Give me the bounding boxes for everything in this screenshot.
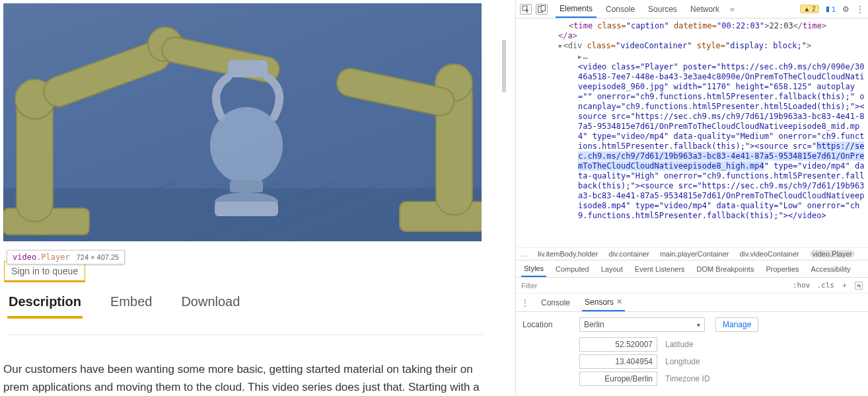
new-style-rule-icon[interactable]: ＋ [841, 280, 848, 290]
panel-network[interactable]: Network [686, 1, 723, 18]
elements-breadcrumb[interactable]: … liv.itemBody.holder div.container main… [516, 247, 868, 260]
subtab-computed[interactable]: Computed [553, 260, 592, 277]
inspect-element-icon[interactable] [520, 4, 532, 15]
drawer-tabs: ⋮ Console Sensors✕ [516, 294, 868, 312]
panel-sources[interactable]: Sources [644, 1, 681, 18]
element-inspect-tooltip: video.Player 724 × 407.25 [7, 250, 125, 264]
styles-subtabs: Styles Computed Layout Event Listeners D… [516, 260, 868, 278]
sensors-panel: Location Berlin▾ Manage 52.520007 Latitu… [516, 312, 868, 391]
device-toggle-icon[interactable] [536, 4, 548, 15]
tab-underline [7, 335, 483, 335]
more-panels-icon[interactable]: » [730, 5, 735, 14]
devtools-panel-tabs: Elements Console Sources Network [556, 1, 723, 18]
breadcrumb-overflow[interactable]: … [520, 250, 527, 258]
latitude-input[interactable]: 52.520007 [579, 337, 657, 352]
kebab-menu-icon[interactable]: ⋮ [856, 5, 864, 14]
styles-filter-input[interactable]: Filter [521, 282, 537, 290]
pane-splitter[interactable] [502, 40, 506, 93]
page-content: video.Player 724 × 407.25 Sign in to que… [0, 0, 502, 396]
manage-button[interactable]: Manage [715, 317, 758, 332]
subtab-styles[interactable]: Styles [521, 260, 546, 277]
devtools-toolbar: Elements Console Sources Network » ▲2 ▮1… [516, 0, 868, 19]
timezone-input[interactable]: Europe/Berlin [579, 372, 657, 386]
drawer-menu-icon[interactable]: ⋮ [521, 298, 529, 307]
styles-filter-bar: Filter :hov .cls ＋ ⇆ [516, 278, 868, 294]
hov-toggle[interactable]: :hov [793, 281, 811, 290]
chevron-down-icon: ▾ [697, 321, 700, 329]
cls-toggle[interactable]: .cls [817, 281, 835, 290]
longitude-label: Longitude [665, 357, 700, 366]
tab-download[interactable]: Download [180, 294, 241, 319]
drawer-tab-console[interactable]: Console [538, 294, 573, 311]
location-select[interactable]: Berlin▾ [579, 317, 705, 332]
subtab-dom-breakpoints[interactable]: DOM Breakpoints [694, 260, 757, 277]
video-player-region[interactable] [3, 3, 482, 241]
subtab-layout[interactable]: Layout [598, 260, 626, 277]
subtab-accessibility[interactable]: Accessibility [809, 260, 853, 277]
breadcrumb-item-selected[interactable]: video.Player [810, 250, 855, 258]
location-label: Location [523, 320, 569, 329]
timezone-label: Timezone ID [665, 374, 710, 383]
toggle-computed-icon[interactable]: ⇆ [855, 282, 863, 290]
video-element-source[interactable]: <video class="Player" poster="https://se… [519, 62, 867, 221]
close-icon[interactable]: ✕ [616, 297, 622, 306]
messages-badge[interactable]: ▮1 [826, 5, 836, 13]
latitude-label: Latitude [665, 340, 694, 349]
content-tabs: Description Embed Download [7, 294, 241, 319]
description-text: Our customers have been wanting some mor… [3, 360, 486, 396]
tab-embed[interactable]: Embed [109, 294, 153, 319]
devtools-panel: Elements Console Sources Network » ▲2 ▮1… [515, 0, 868, 396]
svg-rect-24 [541, 5, 546, 11]
panel-console[interactable]: Console [602, 1, 639, 18]
longitude-input[interactable]: 13.404954 [579, 354, 657, 369]
tab-description[interactable]: Description [7, 294, 83, 319]
drawer-tab-sensors[interactable]: Sensors✕ [582, 294, 625, 311]
warnings-badge[interactable]: ▲2 [800, 5, 818, 13]
breadcrumb-item[interactable]: div.videoContainer [739, 250, 799, 258]
breadcrumb-item[interactable]: main.playerContainer [660, 250, 729, 258]
panel-elements[interactable]: Elements [556, 1, 597, 18]
breadcrumb-item[interactable]: liv.itemBody.holder [538, 250, 598, 258]
gear-icon[interactable]: ⚙ [842, 5, 850, 14]
subtab-properties[interactable]: Properties [763, 260, 801, 277]
breadcrumb-item[interactable]: div.container [608, 250, 649, 258]
video-canvas [3, 3, 482, 241]
tooltip-dimensions: 724 × 407.25 [77, 253, 120, 261]
tooltip-selector: video.Player [13, 253, 70, 262]
subtab-event-listeners[interactable]: Event Listeners [632, 260, 688, 277]
elements-tree[interactable]: <time class="caption" datetime="00:22:03… [516, 19, 868, 247]
